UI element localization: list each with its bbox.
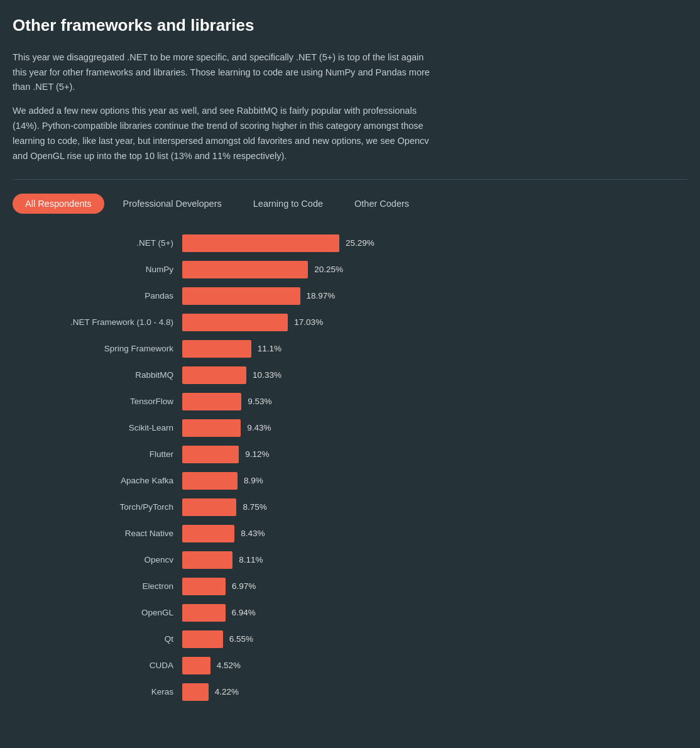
bar-value-label: 17.03%	[294, 316, 323, 329]
bar-label: Pandas	[19, 289, 182, 303]
bar-fill	[182, 314, 288, 331]
bar-wrapper: 10.33%	[182, 366, 681, 384]
chart-row: Keras4.22%	[19, 681, 681, 703]
bar-fill	[182, 498, 236, 516]
chart-row: CUDA4.52%	[19, 655, 681, 676]
bar-value-label: 8.11%	[239, 553, 263, 567]
bar-fill	[182, 340, 251, 358]
bar-value-label: 9.43%	[247, 421, 271, 435]
chart-row: Opencv8.11%	[19, 549, 681, 571]
bar-fill	[182, 657, 211, 674]
bar-wrapper: 4.52%	[182, 657, 681, 674]
bar-value-label: 9.53%	[248, 395, 271, 409]
bar-value-label: 6.97%	[232, 580, 256, 593]
chart-row: Qt6.55%	[19, 629, 681, 650]
chart-row: .NET Framework (1.0 - 4.8)17.03%	[19, 312, 681, 333]
bar-value-label: 9.12%	[245, 448, 269, 461]
bar-fill	[182, 234, 339, 252]
bar-label: React Native	[19, 527, 182, 541]
bar-fill	[182, 366, 246, 384]
bar-label: OpenGL	[19, 606, 182, 620]
page-title: Other frameworks and libraries	[13, 13, 687, 39]
bar-label: Opencv	[19, 553, 182, 567]
bar-label: Apache Kafka	[19, 474, 182, 488]
chart-row: Spring Framework11.1%	[19, 338, 681, 360]
chart-row: Electron6.97%	[19, 576, 681, 597]
bar-wrapper: 17.03%	[182, 314, 681, 331]
bar-value-label: 10.33%	[253, 368, 282, 382]
chart-row: Pandas18.97%	[19, 285, 681, 307]
bar-label: Torch/PyTorch	[19, 500, 182, 514]
bar-label: .NET Framework (1.0 - 4.8)	[19, 316, 182, 329]
bar-fill	[182, 683, 209, 701]
chart-row: Apache Kafka8.9%	[19, 470, 681, 492]
bar-wrapper: 9.43%	[182, 419, 681, 437]
chart-row: React Native8.43%	[19, 523, 681, 544]
chart-row: Scikit-Learn9.43%	[19, 417, 681, 439]
tab-pro[interactable]: Professional Developers	[111, 194, 234, 214]
bar-value-label: 8.75%	[243, 500, 266, 514]
bar-wrapper: 6.94%	[182, 604, 681, 622]
chart-row: NumPy20.25%	[19, 259, 681, 280]
bar-wrapper: 6.55%	[182, 630, 681, 648]
bar-fill	[182, 393, 241, 410]
bar-value-label: 25.29%	[346, 236, 375, 250]
bar-value-label: 20.25%	[314, 263, 343, 277]
chart-row: RabbitMQ10.33%	[19, 365, 681, 386]
bar-label: Keras	[19, 685, 182, 699]
bar-fill	[182, 578, 226, 595]
chart-row: .NET (5+)25.29%	[19, 233, 681, 254]
chart-row: OpenGL6.94%	[19, 602, 681, 624]
bar-label: Flutter	[19, 448, 182, 461]
bar-fill	[182, 551, 232, 569]
bar-label: Spring Framework	[19, 342, 182, 356]
bar-fill	[182, 630, 223, 648]
bar-wrapper: 18.97%	[182, 287, 681, 305]
bar-wrapper: 25.29%	[182, 234, 681, 252]
bar-wrapper: 9.12%	[182, 446, 681, 463]
bar-value-label: 4.22%	[215, 685, 239, 699]
bar-fill	[182, 525, 234, 542]
tab-all[interactable]: All Respondents	[13, 194, 104, 214]
bar-label: Electron	[19, 580, 182, 593]
bar-value-label: 11.1%	[258, 342, 282, 356]
tab-learning[interactable]: Learning to Code	[241, 194, 336, 214]
bar-label: Qt	[19, 632, 182, 646]
bar-fill	[182, 446, 239, 463]
bar-wrapper: 20.25%	[182, 261, 681, 278]
tab-other[interactable]: Other Coders	[342, 194, 422, 214]
chart-row: Torch/PyTorch8.75%	[19, 497, 681, 518]
bar-value-label: 6.55%	[229, 632, 253, 646]
bar-wrapper: 9.53%	[182, 393, 681, 410]
description-2: We added a few new options this year as …	[13, 104, 440, 164]
bar-label: Scikit-Learn	[19, 421, 182, 435]
bar-wrapper: 6.97%	[182, 578, 681, 595]
bar-wrapper: 4.22%	[182, 683, 681, 701]
bar-wrapper: 8.11%	[182, 551, 681, 569]
bar-wrapper: 8.9%	[182, 472, 681, 490]
bar-label: NumPy	[19, 263, 182, 277]
bar-wrapper: 11.1%	[182, 340, 681, 358]
description-1: This year we disaggregated .NET to be mo…	[13, 50, 440, 96]
bar-value-label: 18.97%	[307, 289, 336, 303]
bar-label: .NET (5+)	[19, 236, 182, 250]
bar-value-label: 8.43%	[241, 527, 265, 541]
bar-fill	[182, 472, 238, 490]
bar-label: TensorFlow	[19, 395, 182, 409]
bar-fill	[182, 287, 300, 305]
bar-fill	[182, 419, 241, 437]
bar-label: RabbitMQ	[19, 368, 182, 382]
bar-fill	[182, 261, 308, 278]
bar-value-label: 8.9%	[244, 474, 263, 488]
tab-group: All RespondentsProfessional DevelopersLe…	[13, 194, 687, 214]
bar-value-label: 4.52%	[217, 659, 241, 673]
section-divider	[13, 179, 687, 180]
bar-wrapper: 8.43%	[182, 525, 681, 542]
bar-value-label: 6.94%	[232, 606, 256, 620]
bar-label: CUDA	[19, 659, 182, 673]
chart-row: TensorFlow9.53%	[19, 391, 681, 412]
bar-chart: .NET (5+)25.29%NumPy20.25%Pandas18.97%.N…	[13, 233, 687, 703]
chart-row: Flutter9.12%	[19, 444, 681, 465]
bar-wrapper: 8.75%	[182, 498, 681, 516]
bar-fill	[182, 604, 226, 622]
